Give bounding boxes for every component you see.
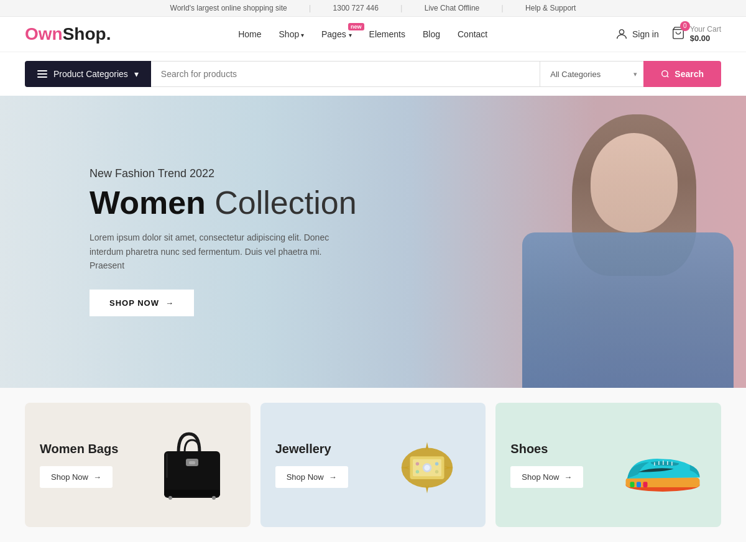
handbag-icon [155, 425, 229, 505]
svg-rect-6 [189, 461, 195, 464]
cart-link[interactable]: 0 Your Cart $0.00 [671, 25, 721, 44]
search-btn-label: Search [675, 69, 704, 79]
header: OwnShop. Home Shop Pages new Elements Bl… [0, 17, 746, 52]
card-title-jewellery: Jewellery [275, 442, 348, 456]
select-chevron-icon: ▾ [633, 70, 637, 78]
svg-point-15 [425, 465, 430, 470]
arrow-icon-women-bags: → [93, 472, 101, 482]
tagline: World's largest online shopping site [170, 4, 287, 12]
category-select[interactable]: All Categories Women Men Jewellery Shoes… [540, 62, 633, 86]
hero-content: New Fashion Trend 2022 Women Collection … [90, 167, 357, 316]
category-card-jewellery: Jewellery Shop Now → [260, 403, 486, 527]
hero-shop-now-button[interactable]: SHOP NOW → [90, 290, 194, 316]
svg-point-10 [212, 496, 216, 500]
hero-jacket [522, 232, 734, 388]
hero-image-area [313, 96, 746, 388]
svg-point-2 [662, 71, 668, 76]
hero-cta-label: SHOP NOW [109, 298, 159, 308]
card-image-shoes [619, 421, 706, 508]
hero-face [591, 133, 678, 232]
card-title-women-bags: Women Bags [40, 442, 118, 456]
sign-in-label: Sign in [632, 29, 659, 39]
card-title-shoes: Shoes [510, 442, 583, 456]
cart-count: 0 [680, 21, 690, 31]
hero-banner: New Fashion Trend 2022 Women Collection … [0, 96, 746, 388]
logo-shop: Shop [63, 24, 106, 44]
hero-title-bold: Women [90, 185, 206, 221]
svg-line-3 [667, 76, 669, 78]
nav-pages[interactable]: Pages new [321, 29, 352, 39]
nav-contact[interactable]: Contact [458, 29, 487, 39]
shop-now-label-shoes: Shop Now [522, 472, 559, 482]
nav-elements[interactable]: Elements [369, 29, 405, 39]
card-image-jewellery [384, 421, 471, 508]
svg-rect-8 [164, 490, 220, 496]
shop-now-button-shoes[interactable]: Shop Now → [510, 466, 583, 488]
jewellery-icon [390, 431, 464, 499]
hero-title: Women Collection [90, 185, 357, 221]
category-card-women-bags: Women Bags Shop Now → [25, 403, 251, 527]
arrow-icon-jewellery: → [329, 472, 337, 482]
category-cards-row: Women Bags Shop Now → [0, 388, 746, 542]
search-input-wrap [151, 61, 540, 87]
search-icon [661, 70, 670, 78]
shop-now-button-women-bags[interactable]: Shop Now → [40, 466, 113, 488]
svg-point-24 [416, 470, 420, 474]
search-button[interactable]: Search [643, 61, 721, 87]
svg-point-23 [435, 462, 439, 466]
svg-rect-35 [643, 482, 648, 487]
live-chat: Live Chat Offline [425, 4, 480, 12]
nav-blog[interactable]: Blog [423, 29, 440, 39]
shop-now-label-jewellery: Shop Now [287, 472, 324, 482]
phone: 1300 727 446 [333, 4, 379, 12]
card-info-women-bags: Women Bags Shop Now → [40, 442, 118, 488]
chevron-down-icon: ▾ [134, 69, 139, 79]
svg-rect-33 [630, 482, 635, 487]
menu-lines-icon [37, 70, 47, 78]
svg-rect-34 [637, 482, 641, 487]
card-image-women-bags [149, 421, 236, 508]
categories-button[interactable]: Product Categories ▾ [25, 61, 151, 87]
hero-arrow-icon: → [165, 298, 174, 308]
hero-description: Lorem ipsum dolor sit amet, consectetur … [90, 231, 338, 272]
arrow-icon-shoes: → [564, 472, 572, 482]
search-row: Product Categories ▾ All Categories Wome… [0, 52, 746, 96]
category-card-shoes: Shoes Shop Now → [495, 403, 721, 527]
help-support: Help & Support [525, 4, 576, 12]
cart-badge-wrap: 0 [671, 26, 685, 42]
logo-dot: . [106, 24, 111, 44]
hero-subtitle: New Fashion Trend 2022 [90, 167, 357, 180]
category-select-wrap: All Categories Women Men Jewellery Shoes… [540, 61, 643, 87]
header-right: Sign in 0 Your Cart $0.00 [615, 25, 721, 44]
svg-point-9 [168, 496, 172, 500]
svg-point-25 [435, 470, 439, 474]
search-input[interactable] [151, 62, 540, 86]
svg-rect-7 [166, 453, 168, 478]
svg-point-22 [416, 462, 420, 466]
your-cart-label: Your Cart [690, 25, 721, 34]
main-nav: Home Shop Pages new Elements Blog Contac… [238, 29, 487, 39]
card-info-shoes: Shoes Shop Now → [510, 442, 583, 488]
hero-title-light: Collection [214, 185, 356, 221]
nav-home[interactable]: Home [238, 29, 261, 39]
card-info-jewellery: Jewellery Shop Now → [275, 442, 348, 488]
shoe-icon [619, 434, 706, 496]
logo-own: Own [25, 24, 63, 44]
new-badge: new [348, 23, 364, 30]
cart-total: $0.00 [690, 34, 721, 44]
svg-point-0 [619, 30, 624, 34]
categories-label: Product Categories [53, 69, 128, 79]
user-icon [615, 27, 629, 41]
shop-now-label-women-bags: Shop Now [51, 472, 88, 482]
top-bar: World's largest online shopping site | 1… [0, 0, 746, 17]
nav-shop[interactable]: Shop [279, 29, 304, 39]
cart-text: Your Cart $0.00 [690, 25, 721, 44]
shop-now-button-jewellery[interactable]: Shop Now → [275, 466, 348, 488]
logo[interactable]: OwnShop. [25, 24, 111, 44]
sign-in-link[interactable]: Sign in [615, 27, 659, 41]
